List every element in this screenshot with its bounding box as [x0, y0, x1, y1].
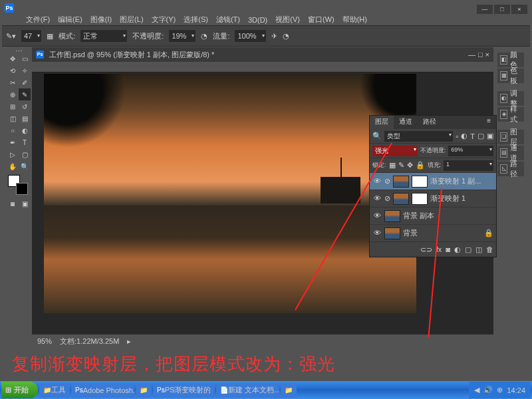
menu-help[interactable]: 帮助(H) [338, 15, 371, 25]
layer-name[interactable]: 背景 副本 [403, 211, 434, 221]
filter-shape-icon[interactable]: ▢ [477, 132, 484, 140]
gradient-tool[interactable]: ▤ [19, 112, 31, 124]
blur-tool[interactable]: ○ [7, 124, 19, 136]
taskbar-item[interactable]: 📄新建 文本文档... [216, 383, 279, 398]
filter-smart-icon[interactable]: ▣ [487, 132, 493, 140]
quickmask-tool[interactable]: ◙ [7, 198, 19, 209]
new-layer-icon[interactable]: ◫ [475, 245, 482, 254]
menu-edit[interactable]: 编辑(E) [54, 15, 86, 25]
channels-panel-btn[interactable]: ▤通道 [497, 146, 524, 160]
stamp-tool[interactable]: ⊞ [7, 100, 19, 112]
layer-thumb[interactable] [384, 210, 400, 222]
background-color[interactable] [16, 183, 28, 195]
move-tool[interactable]: ✥ [7, 53, 19, 65]
pen-tool[interactable]: ✒ [7, 136, 19, 148]
filter-adjust-icon[interactable]: ◐ [461, 132, 467, 140]
styles-panel-btn[interactable]: ◈样式 [497, 107, 524, 122]
menu-window[interactable]: 窗口(W) [304, 15, 338, 25]
fill-value[interactable]: 1 [444, 160, 493, 171]
tab-layers[interactable]: 图层 [370, 116, 394, 129]
lasso-tool[interactable]: ⟲ [7, 65, 19, 76]
mask-thumb[interactable] [412, 176, 428, 188]
tab-close-icon[interactable]: × [485, 51, 489, 59]
system-tray[interactable]: ◀ 🔊 ⊕ 14:24 [469, 382, 531, 398]
adjust-panel-btn[interactable]: ◐调整 [497, 91, 524, 106]
brush-tool[interactable]: ✎ [19, 88, 31, 100]
new-adjust-icon[interactable]: ◐ [454, 245, 461, 254]
filter-type-icon[interactable]: T [470, 132, 475, 140]
pressure-opacity-icon[interactable]: ◔ [201, 32, 207, 41]
dodge-tool[interactable]: ◐ [19, 124, 31, 136]
layers-panel-btn[interactable]: ❏图层 [497, 130, 524, 144]
tab-channels[interactable]: 通道 [394, 116, 418, 129]
menu-3d[interactable]: 3D(D) [244, 16, 271, 24]
panel-menu-icon[interactable]: ≡ [481, 116, 496, 129]
visibility-icon[interactable]: 👁 [372, 177, 382, 186]
lock-trans-icon[interactable]: ▦ [389, 161, 396, 170]
layer-thumb[interactable] [393, 176, 409, 188]
type-tool[interactable]: T [19, 136, 31, 148]
flow-value[interactable]: 100% [235, 30, 265, 42]
filter-kind-icon[interactable]: 🔍 [372, 132, 382, 140]
close-btn[interactable]: × [511, 5, 527, 14]
status-caret[interactable]: ▸ [127, 337, 131, 346]
layer-opacity-value[interactable]: 69% [448, 146, 493, 156]
clock[interactable]: 14:24 [507, 386, 525, 394]
layer-item[interactable]: 👁 ⊘ 渐变映射 1 [370, 190, 496, 207]
menu-type[interactable]: 文字(Y) [148, 15, 180, 25]
menu-filter[interactable]: 滤镜(T) [212, 15, 244, 25]
wand-tool[interactable]: ✧ [19, 65, 31, 76]
kind-select[interactable]: 类型 [384, 131, 453, 142]
menu-image[interactable]: 图像(I) [86, 15, 116, 25]
zoom-tool[interactable]: 🔍 [19, 160, 31, 172]
tab-max-icon[interactable]: □ [478, 51, 483, 59]
menu-layer[interactable]: 图层(L) [116, 15, 147, 25]
brush-size[interactable]: 47 [21, 30, 41, 42]
lock-pos-icon[interactable]: ✥ [407, 161, 413, 170]
minimize-btn[interactable]: — [477, 5, 493, 14]
pressure-size-icon[interactable]: ◔ [283, 32, 289, 41]
link-icon[interactable]: ⊘ [384, 177, 390, 186]
new-group-icon[interactable]: ▢ [465, 245, 471, 254]
blend-mode-select[interactable]: 强光 [372, 146, 418, 156]
tab-paths[interactable]: 路径 [418, 116, 442, 129]
taskbar-item[interactable]: 📁 [281, 383, 297, 398]
menu-file[interactable]: 文件(F) [22, 15, 54, 25]
layer-name[interactable]: 背景 [403, 228, 418, 238]
canvas[interactable] [44, 74, 416, 313]
layer-item[interactable]: 👁 背景 🔒 [370, 225, 496, 242]
zoom-level[interactable]: 95% [37, 337, 52, 345]
taskbar-item[interactable]: Ps PS渐变映射的 [153, 383, 215, 398]
taskbar-item[interactable]: Ps Adobe Photosh... [71, 383, 134, 398]
link-icon[interactable]: ⊘ [384, 194, 390, 203]
layer-name[interactable]: 渐变映射 1 [430, 194, 466, 203]
visibility-icon[interactable]: 👁 [372, 229, 382, 238]
tray-icon[interactable]: ◀ [474, 386, 479, 394]
path-tool[interactable]: ▷ [7, 148, 19, 160]
mask-thumb[interactable] [412, 193, 428, 205]
opacity-value[interactable]: 19% [169, 30, 196, 42]
heal-tool[interactable]: ⊕ [7, 88, 19, 100]
delete-layer-icon[interactable]: 🗑 [486, 245, 493, 253]
shape-tool[interactable]: ▢ [19, 148, 31, 160]
layer-name[interactable]: 渐变映射 1 副... [430, 176, 481, 186]
menu-view[interactable]: 视图(V) [271, 15, 304, 25]
eyedropper-tool[interactable]: ✐ [19, 76, 31, 88]
layer-thumb[interactable] [393, 193, 409, 205]
add-mask-icon[interactable]: ◙ [446, 245, 450, 253]
layer-item[interactable]: 👁 背景 副本 [370, 207, 496, 225]
marquee-tool[interactable]: ▭ [19, 53, 31, 65]
lock-pixel-icon[interactable]: ✎ [398, 161, 404, 170]
history-brush[interactable]: ↺ [19, 100, 31, 112]
color-swatch[interactable] [8, 175, 28, 195]
handle-icon[interactable]: ⋯ [7, 47, 31, 53]
paths-panel-btn[interactable]: ◺路径 [497, 162, 524, 176]
layer-thumb[interactable] [384, 227, 400, 239]
hand-tool[interactable]: ✋ [7, 160, 19, 172]
screenmode-tool[interactable]: ▣ [19, 198, 31, 209]
color-panel-btn[interactable]: ◧颜色 [497, 53, 524, 67]
visibility-icon[interactable]: 👁 [372, 194, 382, 203]
airbrush-icon[interactable]: ✈ [271, 32, 277, 41]
crop-tool[interactable]: ✂ [7, 76, 19, 88]
maximize-btn[interactable]: □ [494, 5, 510, 14]
